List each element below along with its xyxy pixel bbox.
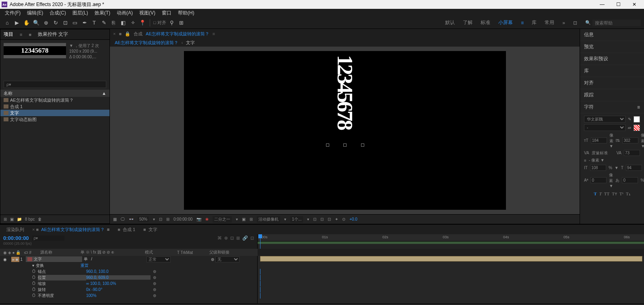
panel-info[interactable]: 信息 bbox=[580, 29, 644, 41]
draft3d-icon[interactable]: 🔗 bbox=[242, 235, 248, 241]
viewer-alpha-icon[interactable]: ▦ bbox=[113, 217, 117, 221]
viewer-area[interactable]: 12345678 bbox=[110, 47, 580, 214]
panel-align[interactable]: 对齐 bbox=[580, 77, 644, 89]
fontsize-input[interactable] bbox=[591, 137, 607, 143]
zoom-dropdown[interactable]: 50% bbox=[138, 217, 149, 222]
stopwatch-icon[interactable]: Ö bbox=[32, 293, 38, 298]
stopwatch-icon[interactable]: Ö bbox=[32, 287, 38, 292]
motionblur-icon[interactable]: ⊡ bbox=[230, 235, 234, 241]
playhead[interactable] bbox=[260, 234, 260, 249]
viewer-screen-icon[interactable]: 🖵 bbox=[121, 217, 125, 221]
bold-button[interactable]: T bbox=[594, 191, 597, 197]
nofill-icon[interactable]: ▱ bbox=[628, 125, 631, 130]
keyframe-indicator[interactable] bbox=[260, 269, 260, 274]
expression-link-icon[interactable]: ⊚ bbox=[151, 269, 159, 274]
hscale-input[interactable] bbox=[626, 165, 642, 171]
layer-row[interactable]: ◉ ▸ ■ 1 文字 单 / 正常 ⊚ 无 bbox=[0, 256, 257, 262]
canvas-text-layer[interactable]: 12345678 bbox=[332, 55, 357, 129]
expression-link-icon[interactable]: ⊚ bbox=[151, 293, 159, 298]
panel-tracker[interactable]: 跟踪 bbox=[580, 89, 644, 101]
viewer-transparency-icon[interactable]: ⊞ bbox=[166, 217, 169, 221]
keyframe-indicator[interactable] bbox=[260, 275, 260, 280]
timeline-track-area[interactable] bbox=[258, 256, 644, 303]
shape-tool-icon[interactable]: ▭ bbox=[71, 19, 79, 27]
eraser-tool-icon[interactable]: ◧ bbox=[119, 19, 127, 27]
shy-icon[interactable]: ⌘ bbox=[217, 235, 222, 241]
project-item[interactable]: 文字动态贴图 bbox=[0, 116, 109, 123]
parent-dropdown[interactable]: 无 bbox=[215, 256, 239, 262]
menu-composition[interactable]: 合成(C) bbox=[46, 9, 69, 17]
tsume-input[interactable] bbox=[622, 177, 638, 183]
leading-input[interactable] bbox=[622, 137, 638, 143]
tab-timeline-comp[interactable]: × ■ AE怎样将文字制成旋转的滚筒？ ≡ bbox=[32, 227, 109, 233]
crumb-parent[interactable]: AE怎样将文字制成旋转的滚筒？ bbox=[115, 40, 178, 46]
menu-view[interactable]: 视图(V) bbox=[136, 9, 159, 17]
stopwatch-icon[interactable]: Ö bbox=[32, 281, 38, 286]
new-folder-icon[interactable]: 📁 bbox=[17, 217, 22, 221]
resolution-dropdown[interactable]: 二分之一 bbox=[213, 216, 232, 223]
panel-menu-icon[interactable]: ≡ bbox=[637, 104, 640, 110]
work-area-bar[interactable] bbox=[258, 242, 644, 244]
expression-link-icon[interactable]: ⊚ bbox=[151, 275, 159, 280]
tab-render-queue[interactable]: 渲染队列 bbox=[6, 227, 24, 233]
kerning-dropdown[interactable]: 度量标准 bbox=[592, 150, 614, 156]
stroke-width-input[interactable]: - 像素 ▼ bbox=[589, 158, 640, 163]
stroke-swatch[interactable] bbox=[634, 125, 640, 131]
crumb-current[interactable]: 文字 bbox=[186, 40, 195, 46]
viewer-roi-icon[interactable]: ▣ bbox=[242, 217, 246, 221]
workspace-standard[interactable]: 标准 bbox=[481, 19, 490, 26]
viewer-mblur-icon[interactable]: ⊡ bbox=[328, 217, 331, 221]
expression-link-icon[interactable]: ⊚ bbox=[151, 281, 159, 286]
roto-tool-icon[interactable]: ✧ bbox=[129, 19, 137, 27]
lock-icon[interactable]: 🔒 bbox=[125, 31, 130, 37]
menu-animation[interactable]: 动画(A) bbox=[114, 9, 136, 17]
new-comp-icon[interactable]: ▣ bbox=[10, 217, 14, 221]
workspace-more-icon[interactable]: » bbox=[562, 20, 565, 26]
workspace-default[interactable]: 默认 bbox=[445, 19, 455, 26]
effect-controls-shy-icon[interactable]: ■ bbox=[29, 32, 31, 37]
prop-rotation[interactable]: Ö旋转0x -90.0°⊚ bbox=[0, 287, 257, 293]
brush-tool-icon[interactable]: ✎ bbox=[100, 19, 108, 27]
comp-tab-menu-icon[interactable]: ≡ bbox=[213, 31, 215, 36]
viewer-3d-icon[interactable]: ⊡ bbox=[313, 217, 316, 221]
project-item[interactable]: AE怎样将文字制成旋转的滚筒？ bbox=[0, 97, 109, 103]
views-dropdown[interactable]: 1个... bbox=[290, 216, 303, 223]
font-style-dropdown[interactable]: - bbox=[584, 124, 625, 131]
viewer-guides-icon[interactable]: ✦ bbox=[335, 217, 338, 221]
keyframe-indicator[interactable] bbox=[260, 281, 260, 287]
menu-layer[interactable]: 图层(L) bbox=[69, 9, 91, 17]
tab-project[interactable]: 项目 bbox=[4, 31, 13, 38]
workspace-menu-icon[interactable]: ≡ bbox=[521, 20, 524, 26]
orbit-tool-icon[interactable]: ⊕ bbox=[42, 19, 50, 27]
pen-tool-icon[interactable]: ✒ bbox=[80, 19, 89, 27]
transform-group[interactable]: ▾ 变换 重置 bbox=[0, 262, 257, 268]
blend-mode-dropdown[interactable]: 正常 bbox=[147, 256, 171, 262]
frameblend-icon[interactable]: ⊕ bbox=[224, 235, 228, 241]
fill-swatch[interactable] bbox=[634, 116, 640, 123]
tab-close-icon[interactable]: × bbox=[113, 31, 116, 36]
timeline-ruler[interactable]: 00s 01s 02s 03s 04s 05s 06s bbox=[258, 234, 644, 242]
expression-link-icon[interactable]: ⊚ bbox=[151, 287, 159, 292]
snap-opt-icon[interactable]: ⚲ bbox=[168, 19, 176, 27]
menu-help[interactable]: 帮助(H) bbox=[175, 9, 198, 17]
project-item[interactable]: 合成 1 bbox=[0, 103, 109, 110]
tab-effect-controls[interactable]: 效果控件 文字 bbox=[38, 31, 68, 38]
menu-window[interactable]: 窗口 bbox=[159, 9, 175, 17]
vscale-input[interactable] bbox=[590, 165, 606, 171]
anchor-handle-center[interactable] bbox=[343, 143, 347, 147]
panbehind-tool-icon[interactable]: ⊡ bbox=[61, 19, 69, 27]
clone-tool-icon[interactable]: ⎘ bbox=[109, 19, 118, 27]
viewer-channel-icon[interactable]: ❀ bbox=[205, 217, 208, 221]
viewer-grid-icon[interactable]: ⊞ bbox=[250, 217, 253, 221]
renderer-icon[interactable]: ⊡ bbox=[250, 235, 254, 241]
prop-anchor[interactable]: Ö锚点960.0, 100.0⊚ bbox=[0, 268, 257, 274]
stopwatch-icon[interactable]: Ö bbox=[32, 275, 38, 280]
comp-shy-icon[interactable]: ■ bbox=[119, 31, 122, 36]
selection-tool-icon[interactable]: ▶ bbox=[13, 19, 21, 27]
project-col-type-icon[interactable]: ▲ bbox=[102, 91, 106, 96]
tab-project-menu-icon[interactable]: ≡ bbox=[20, 32, 22, 37]
anchor-handle-right[interactable] bbox=[361, 143, 364, 147]
menu-effect[interactable]: 效果(T) bbox=[91, 9, 114, 17]
workspace-common[interactable]: 常用 bbox=[545, 19, 554, 26]
workspace-smallscreen[interactable]: 小屏幕 bbox=[498, 19, 513, 26]
